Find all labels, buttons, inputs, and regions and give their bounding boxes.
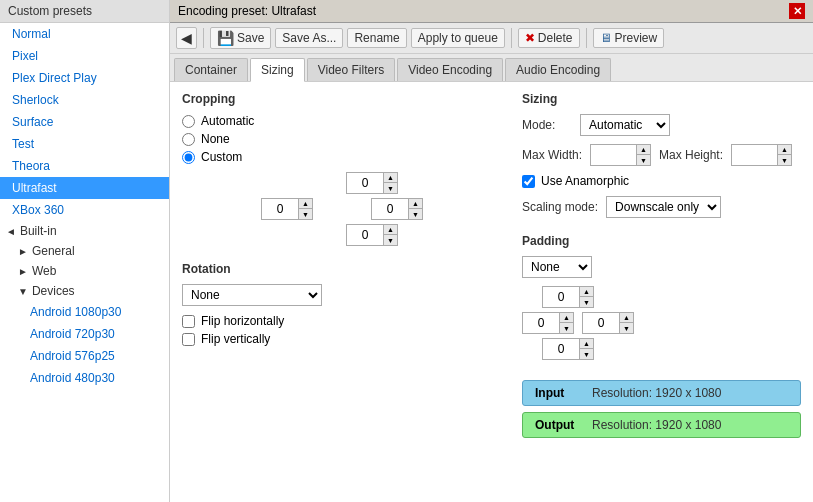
sidebar-subgroup-web[interactable]: ► Web — [0, 261, 169, 281]
padding-top-spinner[interactable]: ▲ ▼ — [542, 286, 594, 308]
padding-right-down[interactable]: ▼ — [619, 323, 633, 333]
delete-button[interactable]: ✖ Delete — [518, 28, 580, 48]
crop-top-down[interactable]: ▼ — [383, 183, 397, 193]
crop-top-btns: ▲ ▼ — [383, 173, 397, 193]
crop-right-input[interactable] — [372, 199, 408, 219]
sizing-mode-select[interactable]: Automatic Custom None — [580, 114, 670, 136]
cropping-custom[interactable]: Custom — [182, 150, 502, 164]
sidebar-subgroup-general[interactable]: ► General — [0, 241, 169, 261]
crop-bottom-down[interactable]: ▼ — [383, 235, 397, 245]
padding-left-btns: ▲ ▼ — [559, 313, 573, 333]
cropping-automatic[interactable]: Automatic — [182, 114, 502, 128]
crop-right-up[interactable]: ▲ — [408, 199, 422, 209]
preview-button[interactable]: 🖥 Preview — [593, 28, 665, 48]
max-width-up[interactable]: ▲ — [636, 145, 650, 155]
sidebar-item-pixel[interactable]: Pixel — [0, 45, 169, 67]
crop-left-spinner[interactable]: ▲ ▼ — [261, 198, 313, 220]
sidebar-group-builtin[interactable]: ◄ Built-in — [0, 221, 169, 241]
padding-left-down[interactable]: ▼ — [559, 323, 573, 333]
padding-bottom-input[interactable] — [543, 339, 579, 359]
sidebar-title: Custom presets — [0, 0, 169, 23]
padding-right-up[interactable]: ▲ — [619, 313, 633, 323]
crop-bottom-input[interactable] — [347, 225, 383, 245]
resolution-section: Input Resolution: 1920 x 1080 Output Res… — [522, 380, 801, 438]
sidebar-item-surface[interactable]: Surface — [0, 111, 169, 133]
max-height-label: Max Height: — [659, 148, 723, 162]
input-res-value: Resolution: 1920 x 1080 — [592, 386, 721, 400]
cropping-none[interactable]: None — [182, 132, 502, 146]
crop-left-up[interactable]: ▲ — [298, 199, 312, 209]
padding-right-btns: ▲ ▼ — [619, 313, 633, 333]
max-height-input[interactable] — [732, 145, 777, 165]
rename-button[interactable]: Rename — [347, 28, 406, 48]
flip-vertical-checkbox[interactable] — [182, 333, 195, 346]
flip-horizontal-item[interactable]: Flip horizontally — [182, 314, 502, 328]
right-panel: Sizing Mode: Automatic Custom None Max W… — [522, 92, 801, 492]
cropping-none-radio[interactable] — [182, 133, 195, 146]
rotation-select[interactable]: None 90° 180° 270° — [182, 284, 322, 306]
sidebar-item-android-480p30[interactable]: Android 480p30 — [0, 367, 169, 389]
sidebar-item-android-1080p30[interactable]: Android 1080p30 — [0, 301, 169, 323]
max-width-input[interactable] — [591, 145, 636, 165]
tab-sizing[interactable]: Sizing — [250, 58, 305, 82]
sidebar-item-test[interactable]: Test — [0, 133, 169, 155]
crop-top-up[interactable]: ▲ — [383, 173, 397, 183]
padding-left-up[interactable]: ▲ — [559, 313, 573, 323]
tab-video-filters[interactable]: Video Filters — [307, 58, 395, 81]
tab-container[interactable]: Container — [174, 58, 248, 81]
crop-top-row: ▲ ▼ — [242, 172, 502, 194]
flip-horizontal-checkbox[interactable] — [182, 315, 195, 328]
cropping-custom-radio[interactable] — [182, 151, 195, 164]
close-button[interactable]: ✕ — [789, 3, 805, 19]
sidebar-item-android-576p25[interactable]: Android 576p25 — [0, 345, 169, 367]
tab-video-encoding[interactable]: Video Encoding — [397, 58, 503, 81]
sidebar-item-ultrafast[interactable]: Ultrafast — [0, 177, 169, 199]
max-height-down[interactable]: ▼ — [777, 155, 791, 165]
crop-top-input[interactable] — [347, 173, 383, 193]
padding-top-down[interactable]: ▼ — [579, 297, 593, 307]
padding-top-up[interactable]: ▲ — [579, 287, 593, 297]
max-width-down[interactable]: ▼ — [636, 155, 650, 165]
crop-left-input[interactable] — [262, 199, 298, 219]
use-anamorphic-checkbox[interactable] — [522, 175, 535, 188]
apply-to-queue-button[interactable]: Apply to queue — [411, 28, 505, 48]
padding-left-input[interactable] — [523, 313, 559, 333]
scaling-mode-select[interactable]: Downscale only Upscale Both — [606, 196, 721, 218]
crop-right-btns: ▲ ▼ — [408, 199, 422, 219]
back-button[interactable]: ◀ — [176, 27, 197, 49]
sidebar-item-xbox360[interactable]: XBox 360 — [0, 199, 169, 221]
crop-right-down[interactable]: ▼ — [408, 209, 422, 219]
sidebar-item-sherlock[interactable]: Sherlock — [0, 89, 169, 111]
max-height-spinner[interactable]: ▲ ▼ — [731, 144, 792, 166]
crop-bottom-spinner[interactable]: ▲ ▼ — [346, 224, 398, 246]
delete-label: Delete — [538, 31, 573, 45]
tab-audio-encoding[interactable]: Audio Encoding — [505, 58, 611, 81]
scaling-mode-row: Scaling mode: Downscale only Upscale Bot… — [522, 196, 801, 218]
padding-right-spinner[interactable]: ▲ ▼ — [582, 312, 634, 334]
cropping-automatic-radio[interactable] — [182, 115, 195, 128]
padding-top-input[interactable] — [543, 287, 579, 307]
sizing-title: Sizing — [522, 92, 801, 106]
padding-bottom-up[interactable]: ▲ — [579, 339, 593, 349]
sidebar-item-normal[interactable]: Normal — [0, 23, 169, 45]
sidebar-item-android-720p30[interactable]: Android 720p30 — [0, 323, 169, 345]
padding-left-spinner[interactable]: ▲ ▼ — [522, 312, 574, 334]
flip-vertical-item[interactable]: Flip vertically — [182, 332, 502, 346]
crop-top-spinner[interactable]: ▲ ▼ — [346, 172, 398, 194]
padding-select[interactable]: None Auto — [522, 256, 592, 278]
padding-bottom-down[interactable]: ▼ — [579, 349, 593, 359]
crop-bottom-up[interactable]: ▲ — [383, 225, 397, 235]
sidebar-item-theora[interactable]: Theora — [0, 155, 169, 177]
crop-middle-row: ▲ ▼ ▲ ▼ — [182, 198, 502, 220]
max-width-spinner[interactable]: ▲ ▼ — [590, 144, 651, 166]
save-as-button[interactable]: Save As... — [275, 28, 343, 48]
crop-left-down[interactable]: ▼ — [298, 209, 312, 219]
crop-right-spinner[interactable]: ▲ ▼ — [371, 198, 423, 220]
sidebar-item-plex[interactable]: Plex Direct Play — [0, 67, 169, 89]
sidebar-subgroup-devices[interactable]: ▼ Devices — [0, 281, 169, 301]
max-height-up[interactable]: ▲ — [777, 145, 791, 155]
title-bar: Encoding preset: Ultrafast ✕ — [170, 0, 813, 23]
padding-right-input[interactable] — [583, 313, 619, 333]
save-button[interactable]: 💾 Save — [210, 27, 271, 49]
padding-bottom-spinner[interactable]: ▲ ▼ — [542, 338, 594, 360]
